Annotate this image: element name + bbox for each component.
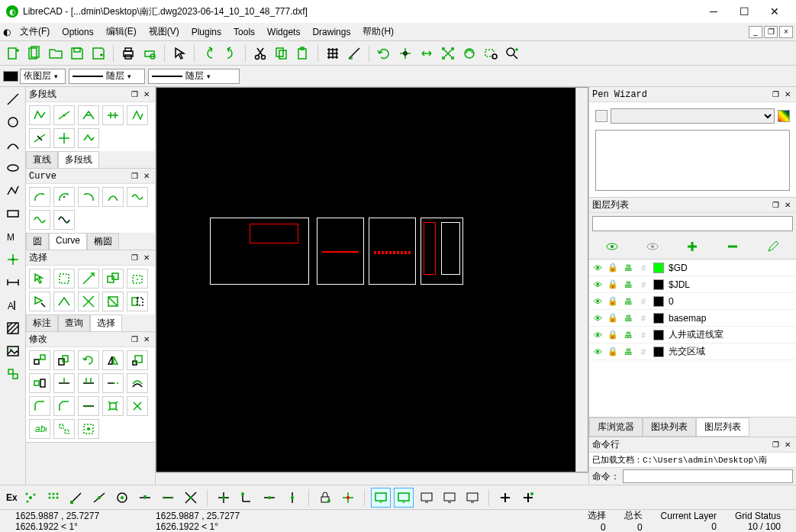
block-tool-icon[interactable] bbox=[4, 365, 22, 383]
layer-color-swatch[interactable] bbox=[653, 296, 664, 307]
mod-chamfer[interactable] bbox=[53, 396, 75, 416]
poly-tool-7[interactable] bbox=[53, 128, 75, 148]
grid-icon[interactable]: # bbox=[638, 313, 649, 324]
snap-intersection-icon[interactable] bbox=[181, 488, 201, 508]
layer-color-swatch[interactable] bbox=[653, 313, 664, 324]
cut-button[interactable] bbox=[250, 44, 270, 63]
menu-edit[interactable]: 编辑(E) bbox=[100, 24, 143, 40]
layer-row[interactable]: 👁🔒🖶#人井或进线室 bbox=[589, 327, 796, 343]
lock-icon[interactable]: 🔒 bbox=[607, 330, 618, 340]
zoom-window-button[interactable] bbox=[481, 44, 501, 63]
screen-2-icon[interactable] bbox=[394, 488, 414, 508]
layer-row[interactable]: 👁🔒🖶#$JDL bbox=[589, 276, 796, 293]
copy-button[interactable] bbox=[272, 44, 292, 63]
zoom-in-button[interactable] bbox=[395, 44, 415, 63]
pen-lock-icon[interactable] bbox=[595, 110, 607, 122]
tab-curve[interactable]: Curve bbox=[49, 233, 87, 250]
snap-free-icon[interactable] bbox=[21, 488, 40, 508]
mod-delete[interactable] bbox=[127, 396, 148, 416]
zoom-out-button[interactable] bbox=[417, 44, 437, 63]
menu-widgets[interactable]: Widgets bbox=[261, 25, 306, 39]
panel-float-icon[interactable]: ❐ bbox=[129, 89, 140, 100]
sel-tool-2[interactable] bbox=[53, 269, 75, 289]
save-button[interactable] bbox=[67, 44, 87, 63]
screen-1-icon[interactable] bbox=[371, 488, 391, 508]
layer-hide-all-icon[interactable] bbox=[637, 237, 668, 256]
eye-icon[interactable]: 👁 bbox=[592, 330, 603, 340]
sel-tool-4[interactable] bbox=[102, 269, 124, 289]
mod-mirror[interactable] bbox=[102, 350, 124, 370]
print-icon[interactable]: 🖶 bbox=[623, 347, 633, 357]
screen-5-icon[interactable] bbox=[462, 488, 482, 508]
panel-close-icon[interactable]: ✕ bbox=[782, 200, 793, 211]
snap-entity-icon[interactable] bbox=[89, 488, 109, 508]
snap-center-icon[interactable] bbox=[112, 488, 132, 508]
panel-close-icon[interactable]: ✕ bbox=[141, 334, 152, 345]
grid-icon[interactable]: # bbox=[638, 347, 649, 357]
poly-tool-6[interactable] bbox=[29, 128, 50, 148]
tab-ellipse[interactable]: 椭圆 bbox=[87, 233, 119, 250]
layer-color-swatch[interactable] bbox=[653, 330, 664, 340]
mod-divide[interactable] bbox=[78, 396, 99, 416]
text-tool-icon[interactable]: A bbox=[4, 296, 22, 314]
tab-circle[interactable]: 圆 bbox=[26, 233, 49, 250]
mod-copy[interactable] bbox=[53, 350, 75, 370]
print-icon[interactable]: 🖶 bbox=[623, 296, 633, 307]
child-restore-button[interactable]: ❐ bbox=[764, 26, 778, 38]
tab-dimension[interactable]: 标注 bbox=[26, 314, 58, 331]
layer-color-swatch[interactable] bbox=[653, 279, 664, 290]
menu-tools[interactable]: Tools bbox=[227, 25, 261, 39]
poly-tool-1[interactable] bbox=[29, 105, 50, 125]
mod-lengthen[interactable] bbox=[102, 373, 124, 393]
zoom-pan-button[interactable] bbox=[502, 44, 522, 63]
arc-tool-4[interactable] bbox=[102, 187, 124, 207]
layer-show-all-icon[interactable] bbox=[597, 237, 627, 256]
sel-tool-5[interactable] bbox=[127, 269, 148, 289]
mtext-tool-icon[interactable]: M bbox=[4, 227, 22, 246]
hatch-tool-icon[interactable] bbox=[4, 319, 22, 337]
menu-drawings[interactable]: Drawings bbox=[306, 25, 356, 39]
grid-button[interactable] bbox=[323, 44, 343, 63]
sel-tool-1[interactable] bbox=[29, 269, 50, 289]
tab-library[interactable]: 库浏览器 bbox=[589, 418, 643, 437]
poly-tool-4[interactable] bbox=[102, 105, 124, 125]
panel-float-icon[interactable]: ❐ bbox=[129, 253, 140, 263]
point-tool-icon[interactable] bbox=[4, 250, 22, 269]
add-view-alt-icon[interactable] bbox=[518, 488, 538, 508]
mod-trim[interactable] bbox=[53, 373, 75, 393]
sel-tool-7[interactable] bbox=[53, 292, 75, 311]
restrict-nothing-icon[interactable] bbox=[214, 488, 234, 508]
lock-icon[interactable]: 🔒 bbox=[607, 279, 618, 290]
poly-tool-5[interactable] bbox=[127, 105, 148, 125]
layer-color-swatch[interactable] bbox=[653, 347, 664, 357]
panel-close-icon[interactable]: ✕ bbox=[141, 171, 152, 182]
layer-row[interactable]: 👁🔒🖶#光交区域 bbox=[589, 343, 796, 360]
save-as-button[interactable] bbox=[89, 44, 108, 63]
print-icon[interactable]: 🖶 bbox=[623, 313, 633, 324]
minimize-button[interactable]: ─ bbox=[698, 2, 729, 21]
linetype-combo[interactable]: 随层 bbox=[148, 69, 240, 84]
lock-icon[interactable]: 🔒 bbox=[607, 313, 618, 324]
mod-offset[interactable] bbox=[127, 373, 148, 393]
grid-icon[interactable]: # bbox=[638, 330, 649, 340]
zoom-previous-button[interactable] bbox=[459, 44, 479, 63]
tab-layerlist[interactable]: 图层列表 bbox=[696, 418, 749, 437]
panel-float-icon[interactable]: ❐ bbox=[770, 440, 781, 450]
print-icon[interactable]: 🖶 bbox=[623, 263, 633, 273]
mod-explode[interactable] bbox=[102, 396, 124, 416]
rectangle-tool-icon[interactable] bbox=[4, 205, 22, 223]
close-button[interactable]: ✕ bbox=[759, 2, 790, 21]
mod-trim2[interactable] bbox=[78, 373, 99, 393]
ellipse-tool-icon[interactable] bbox=[4, 159, 22, 177]
poly-tool-3[interactable] bbox=[78, 105, 99, 125]
restrict-ortho-icon[interactable] bbox=[237, 488, 256, 508]
poly-tool-2[interactable] bbox=[53, 105, 75, 125]
print-preview-button[interactable] bbox=[140, 44, 160, 63]
dimension-tool-icon[interactable] bbox=[4, 273, 22, 292]
canvas-scrollbar-h[interactable] bbox=[156, 472, 588, 485]
panel-close-icon[interactable]: ✕ bbox=[782, 89, 793, 100]
restrict-vert-icon[interactable] bbox=[282, 488, 302, 508]
layer-row[interactable]: 👁🔒🖶#0 bbox=[589, 293, 796, 310]
panel-float-icon[interactable]: ❐ bbox=[770, 89, 781, 100]
restrict-horiz-icon[interactable] bbox=[259, 488, 279, 508]
